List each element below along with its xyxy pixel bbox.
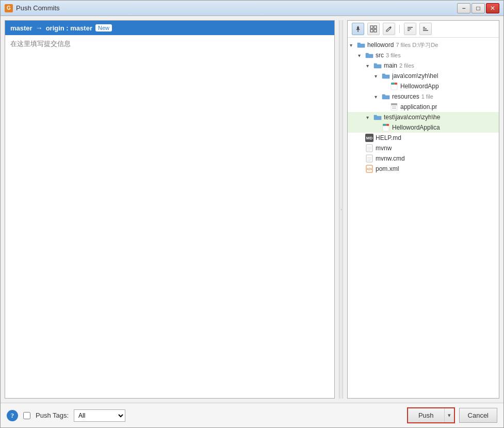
- chevron-icon: ▾: [375, 94, 381, 100]
- pin-button[interactable]: [352, 23, 364, 35]
- chevron-icon: ▾: [358, 53, 364, 58]
- tree-item-name: resources: [392, 93, 419, 100]
- md-file-icon: MD: [365, 134, 373, 142]
- edit-button[interactable]: [383, 23, 395, 35]
- push-dropdown-button[interactable]: ▾: [444, 408, 454, 422]
- pin-icon: [354, 25, 362, 33]
- svg-rect-23: [366, 145, 372, 152]
- remote-name: origin : master: [46, 24, 92, 32]
- java-icon: [390, 82, 398, 90]
- commit-message-input[interactable]: [5, 35, 334, 398]
- svg-rect-2: [374, 26, 377, 28]
- minimize-button[interactable]: −: [457, 3, 470, 13]
- sort-asc-icon: [407, 25, 414, 33]
- tree-item[interactable]: ▾ java\com\zyh\hel: [348, 71, 499, 81]
- action-buttons: Push ▾ Cancel: [407, 407, 497, 423]
- drag-dots-icon: · · · · ·: [339, 209, 343, 210]
- grid-button[interactable]: [367, 23, 380, 35]
- new-badge: New: [95, 24, 112, 31]
- grid-icon: [370, 25, 377, 33]
- tree-item-meta: 1 file: [421, 93, 433, 100]
- dropdown-arrow-icon: ▾: [448, 412, 451, 418]
- tree-item-name: test\java\com\zyh\he: [384, 114, 440, 121]
- window-title: Push Commits: [16, 4, 457, 12]
- folder-icon: [382, 72, 390, 80]
- tree-item-name: HellowordApp: [400, 83, 439, 90]
- folder-file-icon: [373, 113, 382, 121]
- right-toolbar: [348, 21, 499, 38]
- svg-rect-3: [370, 29, 373, 32]
- svg-rect-4: [374, 29, 377, 32]
- tree-item[interactable]: ▾ resources1 file: [348, 91, 499, 102]
- file-icon: [365, 154, 373, 163]
- tree-item[interactable]: ▾ src3 files: [348, 50, 499, 60]
- tree-item-meta: 2 files: [399, 62, 414, 69]
- tree-item[interactable]: HellowordApp: [348, 81, 499, 91]
- push-button-group: Push ▾: [407, 407, 455, 423]
- tree-item[interactable]: </> pom.xml: [348, 164, 499, 174]
- svg-rect-27: [366, 155, 372, 162]
- svg-rect-21: [386, 124, 389, 126]
- java-file-icon: [382, 123, 390, 132]
- push-tags-checkbox[interactable]: [23, 412, 30, 419]
- chevron-icon: ▾: [366, 115, 372, 120]
- svg-text:</>: </>: [367, 167, 372, 171]
- folder-icon: [357, 41, 365, 49]
- right-panel: ▾ helloword7 files D:\学习De▾ src3 files▾ …: [347, 20, 499, 399]
- folder-file-icon: [357, 41, 365, 49]
- window-controls: − □ ✕: [457, 3, 499, 13]
- props-file-icon: [390, 103, 398, 111]
- tree-item-name: java\com\zyh\hel: [392, 72, 438, 80]
- props-icon: [390, 103, 398, 111]
- tree-item[interactable]: application.pr: [348, 102, 499, 112]
- bottom-bar: ? Push Tags: All Push ▾ Cancel: [1, 403, 503, 427]
- sort-desc-icon: [422, 25, 429, 33]
- file-tree: ▾ helloword7 files D:\学习De▾ src3 files▾ …: [348, 38, 499, 398]
- tree-item[interactable]: MDHELP.md: [348, 133, 499, 143]
- folder-icon: [373, 61, 382, 70]
- push-button[interactable]: Push: [408, 408, 444, 422]
- tree-item[interactable]: mvnw.cmd: [348, 153, 499, 164]
- script-file-icon: [365, 144, 373, 152]
- tree-item-name: src: [376, 52, 384, 59]
- maximize-button[interactable]: □: [472, 3, 485, 13]
- arrow-icon: →: [36, 24, 43, 32]
- tree-item-name: main: [384, 62, 397, 69]
- folder-file-icon: [382, 92, 390, 101]
- content-area: master → origin : master New · · · · ·: [1, 16, 503, 403]
- folder-file-icon: [365, 51, 373, 59]
- chevron-icon: ▾: [375, 73, 381, 79]
- file-icon: [365, 144, 373, 152]
- tree-item[interactable]: mvnw: [348, 143, 499, 153]
- tree-item-name: pom.xml: [376, 165, 399, 172]
- script-file-icon: [365, 154, 373, 163]
- push-tags-label[interactable]: Push Tags:: [36, 411, 69, 419]
- resize-handle[interactable]: · · · · ·: [339, 20, 343, 399]
- help-button[interactable]: ?: [7, 410, 18, 421]
- svg-rect-12: [391, 83, 395, 85]
- chevron-icon: ▾: [350, 42, 356, 48]
- tree-item[interactable]: HellowordApplica: [348, 122, 499, 133]
- tree-item[interactable]: ▾ main2 files: [348, 60, 499, 71]
- cancel-button[interactable]: Cancel: [459, 408, 497, 423]
- svg-rect-20: [383, 124, 386, 126]
- tree-item[interactable]: ▾ test\java\com\zyh\he: [348, 112, 499, 122]
- svg-rect-1: [370, 26, 373, 28]
- xml-icon: </>: [365, 165, 373, 173]
- sort-desc-button[interactable]: [419, 23, 432, 35]
- close-button[interactable]: ✕: [486, 3, 499, 13]
- tree-item-name: helloword: [367, 41, 394, 49]
- folder-file-icon: [373, 61, 382, 70]
- tree-item-name: mvnw: [376, 145, 392, 152]
- java-file-icon: [390, 82, 398, 90]
- toolbar-separator: [399, 25, 400, 33]
- sort-asc-button[interactable]: [404, 23, 416, 35]
- commit-header: master → origin : master New: [5, 21, 334, 35]
- title-bar: G Push Commits − □ ✕: [1, 1, 503, 16]
- folder-icon: [382, 92, 390, 101]
- tags-select[interactable]: All: [74, 409, 125, 422]
- folder-icon: [373, 113, 382, 121]
- tree-item[interactable]: ▾ helloword7 files D:\学习De: [348, 40, 499, 50]
- tree-item-name: HellowordApplica: [392, 124, 440, 131]
- folder-file-icon: [382, 72, 390, 80]
